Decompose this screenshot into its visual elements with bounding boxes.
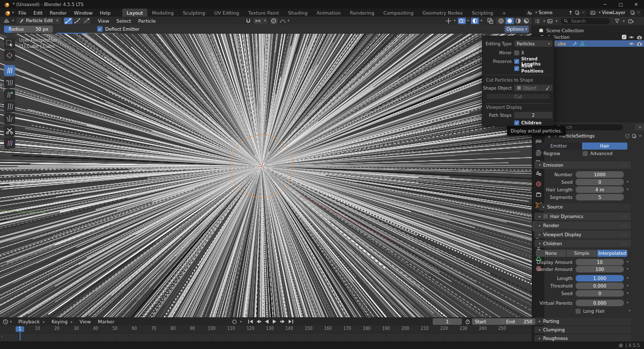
cut-button[interactable]: Cut — [486, 93, 550, 100]
menu-help[interactable]: Help — [96, 9, 114, 17]
children-seed-dot[interactable]: • — [626, 291, 629, 296]
add-tool-button[interactable] — [4, 89, 15, 100]
children-mode-simple[interactable]: Simple — [567, 250, 597, 257]
scene-selector[interactable]: ▾ Scene ✕ — [525, 10, 587, 16]
play-reverse-button[interactable] — [263, 318, 270, 325]
number-field[interactable]: 1000 — [576, 171, 624, 178]
threshold-field[interactable]: 0.000 — [576, 283, 624, 289]
properties-options-chevron[interactable]: ▾ — [635, 124, 644, 130]
close-button[interactable]: ✕ — [628, 0, 644, 9]
outliner-display-mode-icon[interactable] — [534, 18, 540, 24]
unlink-datablock-icon[interactable]: ✕ — [638, 133, 642, 138]
shading-wireframe-button[interactable] — [498, 18, 505, 24]
tab-emitter[interactable]: Emitter — [536, 143, 582, 150]
cube-hide-eye-icon[interactable] — [628, 41, 634, 47]
panel-source[interactable]: ▸ Source — [538, 203, 631, 211]
virtual-parents-dot[interactable]: • — [626, 301, 629, 305]
length-tool-button[interactable] — [4, 101, 15, 112]
segments-field[interactable]: 5 — [576, 194, 624, 200]
children-mode-none[interactable]: None — [536, 250, 567, 257]
jump-start-button[interactable] — [247, 318, 254, 325]
weight-tool-button[interactable] — [4, 137, 15, 149]
length-slider[interactable]: 1.000 — [576, 275, 624, 282]
menu-particle[interactable]: Particle — [134, 18, 159, 24]
mirror-x-checkbox[interactable] — [514, 50, 519, 55]
menu-file[interactable]: File — [15, 9, 30, 17]
cube-render-camera-icon[interactable] — [636, 41, 642, 47]
panel-emission[interactable]: ▾ Emission :::: — [534, 161, 631, 169]
workspace-tab-scripting[interactable]: Scripting — [467, 9, 498, 17]
editing-type-dropdown[interactable]: Particles ▾ — [514, 40, 552, 47]
select-box-tool-button[interactable] — [4, 38, 15, 49]
current-frame-field[interactable]: 1 — [433, 318, 462, 325]
panel-render[interactable]: ▸ Render :::: — [534, 222, 631, 229]
shading-solid-button[interactable] — [506, 18, 514, 24]
menu-window[interactable]: Window — [70, 9, 96, 17]
duplicate-datablock-icon[interactable] — [631, 133, 636, 138]
deflect-emitter-checkbox[interactable]: ✓ — [97, 26, 103, 32]
collection-hide-eye-icon[interactable] — [628, 34, 634, 40]
play-button[interactable] — [271, 318, 278, 325]
workspace-tab-animation[interactable]: Animation — [312, 9, 345, 17]
select-mode-point-button[interactable] — [73, 18, 82, 24]
maximize-button[interactable]: □ — [613, 0, 628, 9]
select-mode-tip-button[interactable] — [82, 18, 91, 24]
shading-material-button[interactable] — [515, 18, 522, 24]
particle-system-icon[interactable] — [580, 41, 585, 46]
add-workspace-button[interactable]: + — [498, 9, 511, 17]
radius-slider[interactable]: Radius 50 px — [4, 26, 53, 33]
workspace-tab-uv-editing[interactable]: UV Editing — [210, 9, 244, 17]
cursor-tool-button[interactable] — [4, 50, 15, 61]
mode-dropdown[interactable]: Particle Edit ▾ — [17, 18, 61, 24]
menu-view[interactable]: View — [95, 18, 113, 24]
puff-tool-button[interactable] — [4, 113, 15, 124]
children-checkbox[interactable]: ✓ — [514, 120, 519, 125]
length-dot[interactable]: • — [626, 276, 629, 281]
workspace-tab-geometry-nodes[interactable]: Geometry Nodes — [418, 9, 467, 17]
hair-length-field[interactable]: 4 m — [576, 186, 624, 193]
menu-edit[interactable]: Edit — [30, 9, 46, 17]
show-gizmo-icon[interactable] — [445, 18, 452, 24]
frame-end-field[interactable]: End250 — [503, 318, 535, 325]
viewlayer-selector[interactable]: ▾ ViewLayer ✕ — [589, 10, 642, 16]
editor-type-icon[interactable] — [3, 18, 11, 24]
stopwatch-icon[interactable] — [465, 319, 470, 324]
minimize-button[interactable]: ─ — [597, 0, 613, 9]
outliner-search-input[interactable] — [570, 18, 607, 24]
timeline-ruler[interactable]: 1020304050607080901001101201301401501601… — [0, 325, 532, 333]
panel-clumping[interactable]: ▸Clumping — [534, 326, 631, 333]
path-steps-field[interactable]: 2 — [514, 112, 552, 118]
workspace-tab-shading[interactable]: Shading — [284, 9, 312, 17]
options-dropdown-button[interactable]: Options ▾ — [505, 26, 529, 33]
new-collection-icon[interactable] — [628, 18, 634, 24]
outliner-row-scene-collection[interactable]: Scene Collection — [532, 27, 644, 34]
children-seed-field[interactable]: 0 — [576, 290, 624, 297]
hair-length-animate-dot[interactable]: • — [626, 187, 629, 192]
tab-hair[interactable]: Hair — [582, 143, 628, 150]
strand-lengths-checkbox[interactable]: ✓ — [514, 59, 519, 64]
seed-field[interactable]: 0 — [576, 179, 624, 185]
fake-user-shield-icon[interactable] — [625, 133, 630, 138]
seed-animate-dot[interactable]: • — [626, 180, 629, 184]
collection-exclude-checkbox[interactable]: ✓ — [622, 35, 626, 39]
blender-menu-icon[interactable] — [4, 10, 11, 16]
collection-render-camera-icon[interactable] — [636, 34, 642, 40]
workspace-tab-compositing[interactable]: Compositing — [379, 9, 418, 17]
new-viewlayer-icon[interactable] — [630, 10, 635, 15]
workspace-tab-sculpting[interactable]: Sculpting — [178, 9, 209, 17]
panel-parting[interactable]: ▸Parting — [534, 318, 631, 325]
root-positions-checkbox[interactable]: ✓ — [514, 66, 519, 71]
cut-tool-button[interactable] — [4, 125, 15, 136]
comb-tool-button[interactable] — [4, 65, 15, 76]
virtual-parents-field[interactable]: 0.000 — [576, 300, 624, 306]
show-overlays-toggle[interactable] — [458, 18, 466, 24]
long-hair-checkbox[interactable] — [576, 309, 581, 314]
shading-rendered-button[interactable] — [523, 18, 530, 24]
select-mode-path-button[interactable] — [64, 18, 72, 24]
advanced-checkbox[interactable] — [583, 151, 588, 156]
panel-hair-dynamics[interactable]: ▸ Hair Dynamics :::: — [534, 213, 631, 220]
timeline-menu-view[interactable]: View — [76, 319, 95, 324]
panel-children[interactable]: ▾ Children :::: — [534, 240, 631, 247]
jump-end-button[interactable] — [287, 318, 294, 325]
shape-object-field[interactable]: Object — [514, 85, 552, 91]
